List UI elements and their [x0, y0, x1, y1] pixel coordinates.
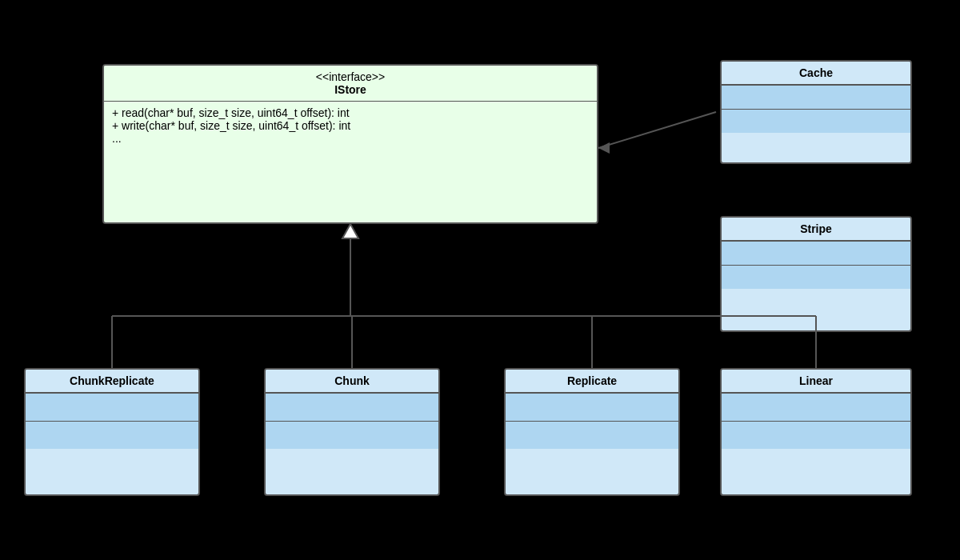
stripe-header: Stripe — [722, 218, 910, 241]
cache-class-box: Cache — [720, 60, 912, 164]
stripe-section-1 — [722, 241, 910, 265]
istore-body: + read(char* buf, size_t size, uint64_t … — [104, 102, 597, 150]
chunk-section-2 — [266, 421, 438, 449]
replicate-header: Replicate — [506, 370, 678, 393]
chunk-replicate-header: ChunkReplicate — [26, 370, 198, 393]
linear-class-box: Linear — [720, 368, 912, 496]
istore-method-1: + read(char* buf, size_t size, uint64_t … — [112, 106, 589, 119]
replicate-section-2 — [506, 421, 678, 449]
chunk-label: Chunk — [334, 374, 370, 387]
istore-class-box: <<interface>> IStore + read(char* buf, s… — [102, 64, 598, 224]
cache-section-2 — [722, 109, 910, 133]
chunk-replicate-section-2 — [26, 421, 198, 449]
chunk-section-1 — [266, 393, 438, 421]
linear-section-1 — [722, 393, 910, 421]
linear-label: Linear — [799, 374, 833, 387]
stripe-label: Stripe — [800, 222, 832, 235]
istore-stereotype: <<interface>> — [112, 70, 589, 83]
chunk-replicate-section-1 — [26, 393, 198, 421]
stripe-class-box: Stripe — [720, 216, 912, 332]
chunk-replicate-label: ChunkReplicate — [70, 374, 154, 387]
svg-marker-3 — [342, 224, 358, 238]
replicate-label: Replicate — [567, 374, 617, 387]
diagram-container: <<interface>> IStore + read(char* buf, s… — [0, 0, 960, 560]
replicate-section-1 — [506, 393, 678, 421]
svg-line-0 — [598, 112, 716, 148]
istore-label: IStore — [334, 83, 366, 96]
cache-header: Cache — [722, 62, 910, 85]
cache-label: Cache — [799, 66, 833, 79]
istore-method-2: + write(char* buf, size_t size, uint64_t… — [112, 119, 589, 132]
stripe-section-2 — [722, 265, 910, 289]
linear-section-2 — [722, 421, 910, 449]
istore-method-3: ... — [112, 132, 589, 145]
chunk-class-box: Chunk — [264, 368, 440, 496]
linear-header: Linear — [722, 370, 910, 393]
istore-header: <<interface>> IStore — [104, 66, 597, 102]
cache-section-1 — [722, 85, 910, 109]
chunk-replicate-class-box: ChunkReplicate — [24, 368, 200, 496]
chunk-header: Chunk — [266, 370, 438, 393]
svg-marker-1 — [598, 142, 610, 154]
replicate-class-box: Replicate — [504, 368, 680, 496]
